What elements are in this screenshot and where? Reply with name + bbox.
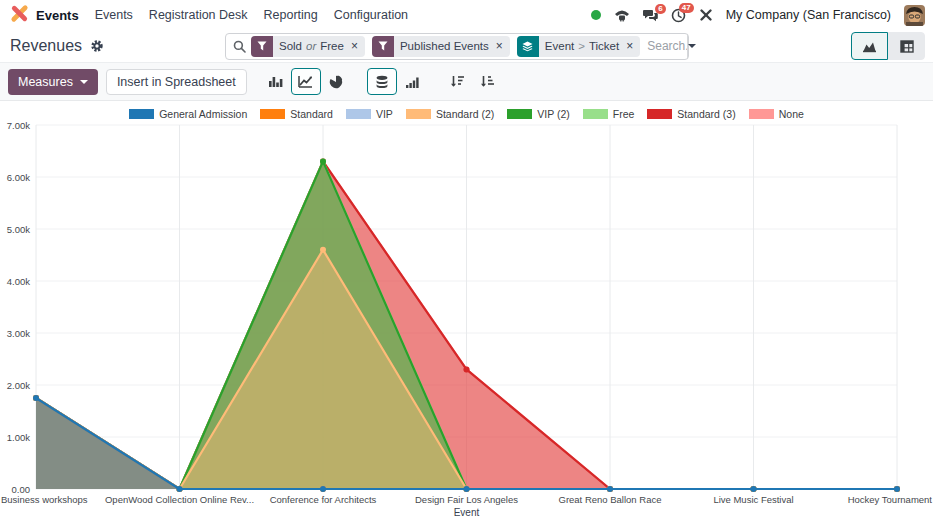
chart-type-group — [261, 68, 351, 95]
facet-label: Event > Ticket — [539, 36, 625, 57]
legend-label: None — [779, 108, 804, 120]
insert-in-spreadsheet-button[interactable]: Insert in Spreadsheet — [106, 69, 247, 95]
svg-text:0.00: 0.00 — [12, 484, 31, 495]
legend-swatch — [346, 109, 371, 119]
legend-label: VIP — [376, 108, 393, 120]
search-input[interactable] — [647, 39, 687, 53]
control-panel: Revenues Sold or Free × — [0, 30, 933, 63]
odoo-logo-icon — [10, 4, 29, 27]
facet-label: Sold or Free — [273, 36, 350, 57]
messages-count-badge: 6 — [655, 4, 665, 14]
legend-label: Standard (2) — [436, 108, 494, 120]
legend-item[interactable]: Standard (3) — [647, 108, 735, 120]
search-bar: Sold or Free × Published Events × — [225, 33, 689, 60]
legend-swatch — [406, 109, 431, 119]
view-switcher — [851, 32, 925, 60]
messages-icon[interactable]: 6 — [643, 9, 658, 22]
svg-text:1.00k: 1.00k — [7, 432, 30, 443]
legend-item[interactable]: VIP (2) — [507, 108, 569, 120]
filter-icon — [372, 36, 394, 57]
legend-swatch — [647, 109, 672, 119]
top-navbar: Events Events Registration Desk Reportin… — [0, 0, 933, 30]
facet-remove-icon[interactable]: × — [350, 36, 365, 57]
facet-filter-published-events[interactable]: Published Events × — [372, 36, 510, 57]
search-icon — [233, 40, 246, 53]
chart-area: General AdmissionStandardVIPStandard (2)… — [0, 101, 933, 519]
activities-count-badge: 47 — [679, 3, 694, 13]
app-name: Events — [36, 8, 79, 23]
legend-swatch — [129, 109, 154, 119]
facet-remove-icon[interactable]: × — [495, 36, 510, 57]
legend-swatch — [749, 109, 774, 119]
svg-text:Live Music Festival: Live Music Festival — [713, 494, 793, 505]
legend-item[interactable]: None — [749, 108, 804, 120]
facet-groupby-event-ticket[interactable]: Event > Ticket × — [517, 36, 640, 57]
sort-descending-button[interactable] — [443, 68, 473, 95]
svg-text:3.00k: 3.00k — [7, 328, 30, 339]
legend-label: Standard — [290, 108, 333, 120]
pie-chart-button[interactable] — [321, 68, 351, 95]
svg-text:4.00k: 4.00k — [7, 276, 30, 287]
tools-icon[interactable] — [699, 8, 713, 22]
svg-text:Conference for Architects: Conference for Architects — [270, 494, 377, 505]
legend-label: Standard (3) — [677, 108, 735, 120]
app-menu-button[interactable]: Events — [10, 4, 79, 27]
menu-reporting[interactable]: Reporting — [264, 8, 318, 22]
legend-item[interactable]: General Admission — [129, 108, 247, 120]
filter-icon — [251, 36, 273, 57]
facet-label: Published Events — [394, 36, 495, 57]
chart-legend: General AdmissionStandardVIPStandard (2)… — [0, 101, 933, 122]
svg-text:Design Fair Los Angeles: Design Fair Los Angeles — [415, 494, 518, 505]
svg-text:Event: Event — [454, 507, 480, 518]
legend-swatch — [260, 109, 285, 119]
activities-icon[interactable]: 47 — [671, 8, 686, 23]
svg-text:OpenWood Collection Online Rev: OpenWood Collection Online Rev... — [105, 494, 254, 505]
legend-item[interactable]: Free — [583, 108, 635, 120]
sort-group — [443, 68, 503, 95]
user-avatar[interactable] — [904, 5, 925, 26]
cumulative-button[interactable] — [397, 68, 427, 95]
legend-swatch — [583, 109, 608, 119]
measures-label: Measures — [18, 75, 73, 89]
stack-mode-group — [367, 68, 427, 95]
stacked-button[interactable] — [367, 68, 397, 95]
legend-swatch — [507, 109, 532, 119]
company-name[interactable]: My Company (San Francisco) — [726, 8, 891, 22]
legend-label: VIP (2) — [537, 108, 569, 120]
svg-text:6.00k: 6.00k — [7, 172, 30, 183]
chevron-down-icon — [80, 80, 88, 88]
bar-chart-button[interactable] — [261, 68, 291, 95]
svg-text:7.00k: 7.00k — [7, 122, 30, 131]
graph-view-button[interactable] — [851, 32, 888, 60]
menu-configuration[interactable]: Configuration — [334, 8, 408, 22]
measures-button[interactable]: Measures — [8, 69, 98, 95]
softphone-icon[interactable] — [614, 9, 630, 22]
revenue-chart[interactable]: 0.001.00k2.00k3.00k4.00k5.00k6.00k7.00kB… — [0, 122, 933, 519]
search-options-toggle[interactable] — [687, 34, 696, 59]
legend-label: General Admission — [159, 108, 247, 120]
legend-label: Free — [613, 108, 635, 120]
view-settings-gear-icon[interactable] — [90, 39, 104, 53]
graph-toolbar: Measures Insert in Spreadsheet — [0, 63, 933, 101]
chevron-down-icon — [688, 44, 696, 52]
line-chart-button[interactable] — [291, 68, 321, 95]
svg-text:Business workshops: Business workshops — [1, 494, 88, 505]
online-status-icon — [591, 10, 601, 20]
svg-text:Great Reno Ballon Race: Great Reno Ballon Race — [559, 494, 662, 505]
menu-registration-desk[interactable]: Registration Desk — [149, 8, 248, 22]
facet-filter-sold-or-free[interactable]: Sold or Free × — [251, 36, 365, 57]
layers-icon — [517, 36, 539, 57]
menu-events[interactable]: Events — [95, 8, 133, 22]
legend-item[interactable]: Standard — [260, 108, 333, 120]
page-title: Revenues — [10, 37, 82, 55]
svg-text:5.00k: 5.00k — [7, 224, 30, 235]
sort-ascending-button[interactable] — [473, 68, 503, 95]
svg-text:2.00k: 2.00k — [7, 380, 30, 391]
legend-item[interactable]: VIP — [346, 108, 393, 120]
facet-remove-icon[interactable]: × — [625, 36, 640, 57]
legend-item[interactable]: Standard (2) — [406, 108, 494, 120]
svg-text:Hockey Tournament: Hockey Tournament — [848, 494, 933, 505]
pivot-view-button[interactable] — [888, 32, 925, 60]
